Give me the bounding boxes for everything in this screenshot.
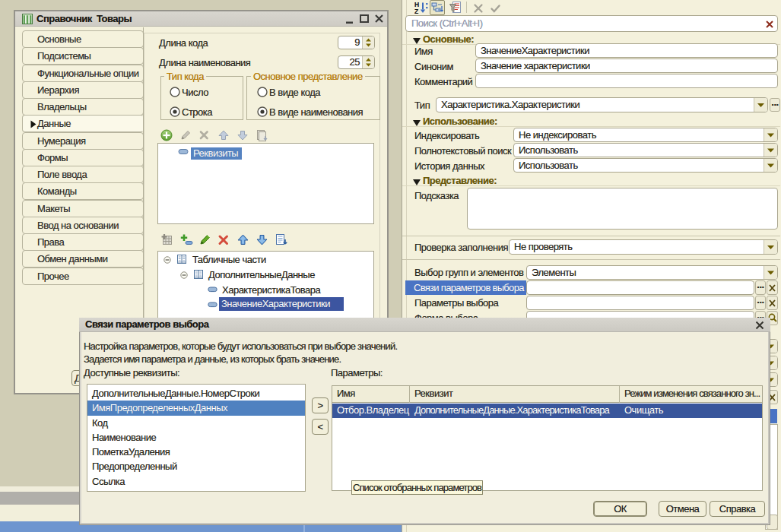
svg-text:Z: Z	[414, 8, 418, 14]
